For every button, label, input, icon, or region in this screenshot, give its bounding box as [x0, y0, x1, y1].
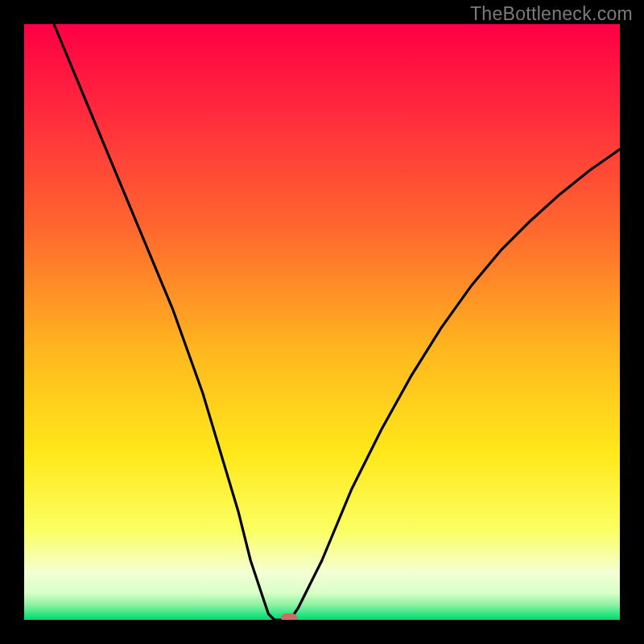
plot-background	[24, 24, 620, 620]
watermark-text: TheBottleneck.com	[470, 3, 633, 25]
chart-frame: TheBottleneck.com	[0, 0, 644, 644]
bottleneck-chart	[24, 24, 620, 620]
optimum-marker	[281, 613, 297, 620]
